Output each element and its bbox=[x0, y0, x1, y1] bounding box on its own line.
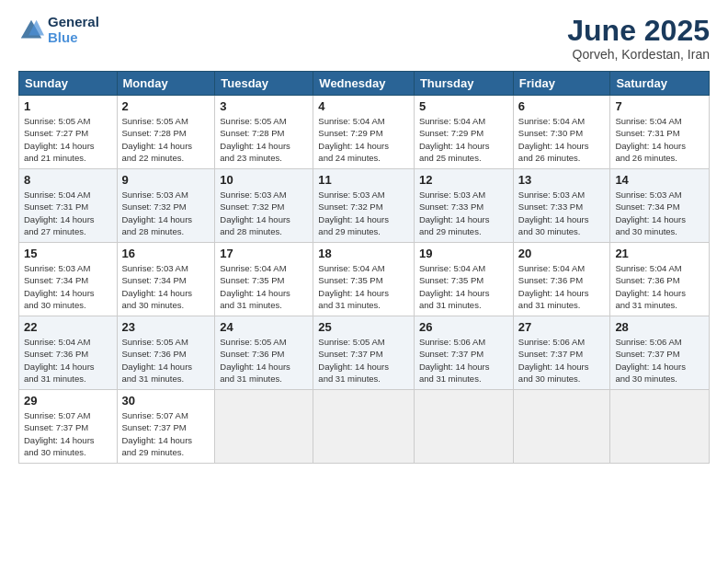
day-number: 18 bbox=[318, 247, 409, 260]
logo: General Blue bbox=[18, 15, 99, 45]
day-info: Sunrise: 5:04 AM Sunset: 7:30 PM Dayligh… bbox=[518, 115, 606, 164]
day-number: 22 bbox=[24, 320, 112, 334]
col-monday: Monday bbox=[117, 72, 215, 96]
table-row: 7Sunrise: 5:04 AM Sunset: 7:31 PM Daylig… bbox=[610, 96, 710, 169]
day-info: Sunrise: 5:03 AM Sunset: 7:34 PM Dayligh… bbox=[615, 189, 704, 237]
day-number: 24 bbox=[220, 320, 308, 334]
month-title: June 2025 bbox=[567, 15, 710, 47]
table-row: 18Sunrise: 5:04 AM Sunset: 7:35 PM Dayli… bbox=[313, 243, 415, 316]
table-row bbox=[414, 390, 513, 464]
day-number: 30 bbox=[122, 394, 210, 408]
col-friday: Friday bbox=[513, 72, 610, 96]
table-row: 17Sunrise: 5:04 AM Sunset: 7:35 PM Dayli… bbox=[215, 243, 313, 316]
logo-text: General Blue bbox=[48, 15, 99, 45]
col-tuesday: Tuesday bbox=[215, 72, 313, 96]
day-info: Sunrise: 5:04 AM Sunset: 7:35 PM Dayligh… bbox=[318, 262, 409, 311]
day-number: 28 bbox=[615, 320, 704, 334]
day-info: Sunrise: 5:06 AM Sunset: 7:37 PM Dayligh… bbox=[615, 336, 704, 385]
day-number: 4 bbox=[318, 99, 409, 113]
day-number: 27 bbox=[518, 320, 606, 334]
day-info: Sunrise: 5:04 AM Sunset: 7:31 PM Dayligh… bbox=[615, 115, 704, 164]
table-row: 5Sunrise: 5:04 AM Sunset: 7:29 PM Daylig… bbox=[414, 96, 513, 169]
table-row: 23Sunrise: 5:05 AM Sunset: 7:36 PM Dayli… bbox=[117, 316, 215, 390]
day-info: Sunrise: 5:05 AM Sunset: 7:36 PM Dayligh… bbox=[122, 336, 210, 385]
day-info: Sunrise: 5:03 AM Sunset: 7:32 PM Dayligh… bbox=[220, 189, 308, 237]
calendar-week-row: 15Sunrise: 5:03 AM Sunset: 7:34 PM Dayli… bbox=[19, 243, 710, 316]
day-info: Sunrise: 5:03 AM Sunset: 7:34 PM Dayligh… bbox=[24, 262, 112, 311]
day-number: 23 bbox=[122, 320, 210, 334]
table-row: 10Sunrise: 5:03 AM Sunset: 7:32 PM Dayli… bbox=[215, 169, 313, 243]
day-info: Sunrise: 5:05 AM Sunset: 7:36 PM Dayligh… bbox=[220, 336, 308, 385]
table-row: 30Sunrise: 5:07 AM Sunset: 7:37 PM Dayli… bbox=[117, 390, 215, 464]
day-number: 5 bbox=[419, 99, 508, 113]
logo-icon bbox=[18, 17, 44, 43]
day-info: Sunrise: 5:03 AM Sunset: 7:32 PM Dayligh… bbox=[318, 189, 409, 237]
table-row: 21Sunrise: 5:04 AM Sunset: 7:36 PM Dayli… bbox=[610, 243, 710, 316]
day-number: 15 bbox=[24, 247, 112, 260]
calendar-week-row: 8Sunrise: 5:04 AM Sunset: 7:31 PM Daylig… bbox=[19, 169, 710, 243]
day-number: 9 bbox=[122, 173, 210, 187]
calendar-week-row: 1Sunrise: 5:05 AM Sunset: 7:27 PM Daylig… bbox=[19, 96, 710, 169]
col-sunday: Sunday bbox=[19, 72, 118, 96]
day-info: Sunrise: 5:05 AM Sunset: 7:37 PM Dayligh… bbox=[318, 336, 409, 385]
day-info: Sunrise: 5:03 AM Sunset: 7:33 PM Dayligh… bbox=[518, 189, 606, 237]
calendar-week-row: 22Sunrise: 5:04 AM Sunset: 7:36 PM Dayli… bbox=[19, 316, 710, 390]
title-block: June 2025 Qorveh, Kordestan, Iran bbox=[567, 15, 710, 62]
day-number: 20 bbox=[518, 247, 606, 260]
day-number: 8 bbox=[24, 173, 112, 187]
day-number: 21 bbox=[615, 247, 704, 260]
calendar-week-row: 29Sunrise: 5:07 AM Sunset: 7:37 PM Dayli… bbox=[19, 390, 710, 464]
location: Qorveh, Kordestan, Iran bbox=[567, 47, 710, 62]
table-row: 15Sunrise: 5:03 AM Sunset: 7:34 PM Dayli… bbox=[19, 243, 118, 316]
day-info: Sunrise: 5:04 AM Sunset: 7:29 PM Dayligh… bbox=[318, 115, 409, 164]
table-row: 27Sunrise: 5:06 AM Sunset: 7:37 PM Dayli… bbox=[513, 316, 610, 390]
day-info: Sunrise: 5:07 AM Sunset: 7:37 PM Dayligh… bbox=[24, 409, 112, 458]
day-number: 1 bbox=[24, 99, 112, 113]
table-row: 2Sunrise: 5:05 AM Sunset: 7:28 PM Daylig… bbox=[117, 96, 215, 169]
day-info: Sunrise: 5:04 AM Sunset: 7:31 PM Dayligh… bbox=[24, 189, 112, 237]
day-number: 3 bbox=[220, 99, 308, 113]
table-row: 20Sunrise: 5:04 AM Sunset: 7:36 PM Dayli… bbox=[513, 243, 610, 316]
day-number: 13 bbox=[518, 173, 606, 187]
table-row: 19Sunrise: 5:04 AM Sunset: 7:35 PM Dayli… bbox=[414, 243, 513, 316]
table-row bbox=[215, 390, 313, 464]
day-number: 19 bbox=[419, 247, 508, 260]
table-row: 26Sunrise: 5:06 AM Sunset: 7:37 PM Dayli… bbox=[414, 316, 513, 390]
col-wednesday: Wednesday bbox=[313, 72, 415, 96]
table-row: 3Sunrise: 5:05 AM Sunset: 7:28 PM Daylig… bbox=[215, 96, 313, 169]
day-info: Sunrise: 5:05 AM Sunset: 7:28 PM Dayligh… bbox=[122, 115, 210, 164]
day-number: 11 bbox=[318, 173, 409, 187]
calendar-table: Sunday Monday Tuesday Wednesday Thursday… bbox=[18, 71, 710, 464]
day-info: Sunrise: 5:04 AM Sunset: 7:36 PM Dayligh… bbox=[615, 262, 704, 311]
table-row: 13Sunrise: 5:03 AM Sunset: 7:33 PM Dayli… bbox=[513, 169, 610, 243]
table-row: 24Sunrise: 5:05 AM Sunset: 7:36 PM Dayli… bbox=[215, 316, 313, 390]
table-row bbox=[313, 390, 415, 464]
day-number: 2 bbox=[122, 99, 210, 113]
day-info: Sunrise: 5:05 AM Sunset: 7:28 PM Dayligh… bbox=[220, 115, 308, 164]
day-number: 16 bbox=[122, 247, 210, 260]
day-info: Sunrise: 5:07 AM Sunset: 7:37 PM Dayligh… bbox=[122, 409, 210, 458]
table-row: 22Sunrise: 5:04 AM Sunset: 7:36 PM Dayli… bbox=[19, 316, 118, 390]
day-info: Sunrise: 5:03 AM Sunset: 7:32 PM Dayligh… bbox=[122, 189, 210, 237]
day-number: 12 bbox=[419, 173, 508, 187]
day-number: 26 bbox=[419, 320, 508, 334]
table-row: 25Sunrise: 5:05 AM Sunset: 7:37 PM Dayli… bbox=[313, 316, 415, 390]
table-row: 14Sunrise: 5:03 AM Sunset: 7:34 PM Dayli… bbox=[610, 169, 710, 243]
day-info: Sunrise: 5:06 AM Sunset: 7:37 PM Dayligh… bbox=[419, 336, 508, 385]
calendar-header-row: Sunday Monday Tuesday Wednesday Thursday… bbox=[19, 72, 710, 96]
table-row: 16Sunrise: 5:03 AM Sunset: 7:34 PM Dayli… bbox=[117, 243, 215, 316]
day-info: Sunrise: 5:03 AM Sunset: 7:34 PM Dayligh… bbox=[122, 262, 210, 311]
table-row bbox=[513, 390, 610, 464]
day-info: Sunrise: 5:04 AM Sunset: 7:29 PM Dayligh… bbox=[419, 115, 508, 164]
table-row: 29Sunrise: 5:07 AM Sunset: 7:37 PM Dayli… bbox=[19, 390, 118, 464]
day-number: 29 bbox=[24, 394, 112, 408]
day-info: Sunrise: 5:04 AM Sunset: 7:36 PM Dayligh… bbox=[518, 262, 606, 311]
table-row: 1Sunrise: 5:05 AM Sunset: 7:27 PM Daylig… bbox=[19, 96, 118, 169]
table-row: 4Sunrise: 5:04 AM Sunset: 7:29 PM Daylig… bbox=[313, 96, 415, 169]
day-number: 17 bbox=[220, 247, 308, 260]
day-info: Sunrise: 5:04 AM Sunset: 7:36 PM Dayligh… bbox=[24, 336, 112, 385]
table-row: 8Sunrise: 5:04 AM Sunset: 7:31 PM Daylig… bbox=[19, 169, 118, 243]
table-row: 6Sunrise: 5:04 AM Sunset: 7:30 PM Daylig… bbox=[513, 96, 610, 169]
table-row: 12Sunrise: 5:03 AM Sunset: 7:33 PM Dayli… bbox=[414, 169, 513, 243]
col-thursday: Thursday bbox=[414, 72, 513, 96]
